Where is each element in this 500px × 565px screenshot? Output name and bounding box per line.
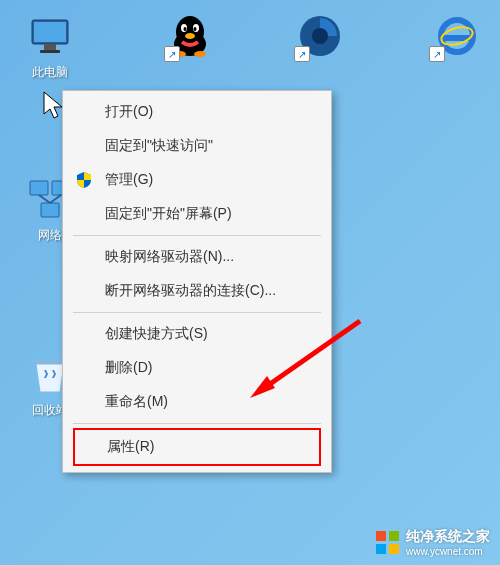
menu-separator	[73, 423, 321, 424]
svg-rect-3	[40, 50, 60, 53]
watermark: 纯净系统之家 www.ycwnet.com	[376, 528, 490, 557]
shortcut-arrow-icon: ↗	[429, 46, 445, 62]
svg-rect-19	[41, 203, 59, 217]
menu-item-label: 固定到"快速访问"	[105, 137, 213, 155]
svg-line-20	[39, 195, 50, 203]
svg-point-14	[312, 28, 328, 44]
ie-icon: ↗	[431, 12, 479, 60]
shield-icon	[75, 171, 93, 189]
menu-separator	[73, 235, 321, 236]
svg-point-9	[194, 27, 197, 31]
windows-logo-icon	[376, 531, 400, 555]
menu-item-label: 删除(D)	[105, 359, 152, 377]
shortcut-arrow-icon: ↗	[164, 46, 180, 62]
svg-rect-2	[44, 44, 56, 50]
menu-separator	[73, 312, 321, 313]
menu-item-disconnect-drive[interactable]: 断开网络驱动器的连接(C)...	[65, 274, 329, 308]
menu-item-label: 管理(G)	[105, 171, 153, 189]
annotation-arrow-icon	[245, 316, 365, 410]
menu-item-label: 创建快捷方式(S)	[105, 325, 208, 343]
svg-point-12	[194, 51, 206, 57]
browser-360-icon: ↗	[296, 12, 344, 60]
computer-icon	[26, 12, 74, 60]
watermark-text: 纯净系统之家	[406, 528, 490, 546]
svg-rect-1	[34, 22, 66, 42]
shortcut-arrow-icon: ↗	[294, 46, 310, 62]
desktop-icon-ie[interactable]: ↗	[420, 12, 490, 60]
menu-item-pin-start[interactable]: 固定到"开始"屏幕(P)	[65, 197, 329, 231]
desktop-icon-computer[interactable]: 此电脑	[15, 12, 85, 81]
svg-rect-17	[30, 181, 48, 195]
icon-label: 此电脑	[32, 64, 68, 81]
desktop-icon-qq[interactable]: ↗	[155, 12, 225, 60]
qq-icon: ↗	[166, 12, 214, 60]
desktop-icon-360browser[interactable]: ↗	[285, 12, 355, 60]
icon-label: 网络	[38, 227, 62, 244]
desktop[interactable]: 此电脑 ↗	[0, 0, 500, 565]
svg-line-21	[50, 195, 61, 203]
watermark-url: www.ycwnet.com	[406, 546, 490, 557]
context-menu: 打开(O) 固定到"快速访问" 管理(G) 固定到"开始"屏幕(P) 映射网络驱…	[62, 90, 332, 473]
menu-item-map-drive[interactable]: 映射网络驱动器(N)...	[65, 240, 329, 274]
svg-point-8	[184, 27, 187, 31]
svg-point-10	[185, 33, 195, 39]
menu-item-label: 属性(R)	[107, 438, 154, 456]
menu-item-label: 重命名(M)	[105, 393, 168, 411]
cursor-icon	[42, 90, 66, 126]
menu-item-pin-quick-access[interactable]: 固定到"快速访问"	[65, 129, 329, 163]
menu-item-label: 打开(O)	[105, 103, 153, 121]
menu-item-properties[interactable]: 属性(R)	[73, 428, 321, 466]
menu-item-label: 断开网络驱动器的连接(C)...	[105, 282, 276, 300]
menu-item-label: 固定到"开始"屏幕(P)	[105, 205, 232, 223]
menu-item-open[interactable]: 打开(O)	[65, 95, 329, 129]
menu-item-manage[interactable]: 管理(G)	[65, 163, 329, 197]
menu-item-label: 映射网络驱动器(N)...	[105, 248, 234, 266]
